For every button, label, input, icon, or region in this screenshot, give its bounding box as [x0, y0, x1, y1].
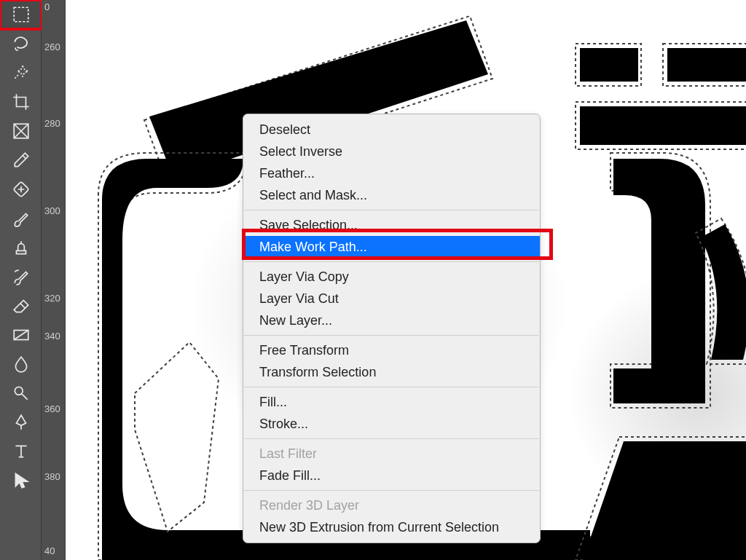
- menu-item-layer-via-cut[interactable]: Layer Via Cut: [243, 288, 540, 309]
- gradient-tool-icon[interactable]: [0, 320, 42, 350]
- menu-item-render-3d-layer: Render 3D Layer: [243, 494, 540, 516]
- menu-item-new-layer[interactable]: New Layer...: [243, 309, 540, 331]
- history-brush-tool-icon[interactable]: [0, 262, 42, 291]
- menu-separator: [244, 261, 539, 262]
- menu-separator: [244, 438, 539, 439]
- ruler-label: 300: [42, 206, 66, 216]
- lasso-tool-icon[interactable]: [0, 29, 42, 58]
- marquee-tool-icon[interactable]: [0, 0, 42, 29]
- type-tool-icon[interactable]: [0, 437, 42, 466]
- menu-item-stroke[interactable]: Stroke...: [243, 413, 540, 435]
- menu-item-free-transform[interactable]: Free Transform: [243, 339, 540, 361]
- menu-item-save-selection[interactable]: Save Selection...: [243, 214, 540, 236]
- ruler-label: 280: [42, 119, 66, 128]
- menu-item-transform-selection[interactable]: Transform Selection: [243, 361, 540, 383]
- ruler-label: 320: [42, 293, 66, 303]
- ruler-label: 380: [42, 472, 66, 481]
- eyedropper-tool-icon[interactable]: [0, 146, 42, 175]
- menu-separator: [244, 387, 539, 387]
- ruler-label: 360: [42, 404, 66, 414]
- ruler-label: 340: [42, 331, 66, 341]
- menu-item-last-filter: Last Filter: [243, 443, 540, 465]
- pen-tool-icon[interactable]: [0, 408, 42, 437]
- menu-item-select-and-mask[interactable]: Select and Mask...: [243, 184, 540, 206]
- blur-tool-icon[interactable]: [0, 350, 42, 379]
- menu-item-deselect[interactable]: Deselect: [243, 119, 540, 141]
- menu-item-select-inverse[interactable]: Select Inverse: [243, 141, 540, 162]
- svg-rect-0: [14, 7, 28, 22]
- eraser-tool-icon[interactable]: [0, 291, 42, 320]
- menu-item-layer-via-copy[interactable]: Layer Via Copy: [243, 266, 540, 288]
- ruler-label: 40: [42, 546, 66, 556]
- svg-point-4: [15, 387, 23, 395]
- vertical-ruler: 0 260 280 300 320 340 360 380 40: [42, 0, 66, 560]
- menu-item-make-work-path[interactable]: Make Work Path...: [243, 236, 540, 258]
- crop-tool-icon[interactable]: [0, 87, 42, 117]
- toolbar: [0, 0, 42, 560]
- magic-wand-tool-icon[interactable]: [0, 58, 42, 87]
- healing-brush-tool-icon[interactable]: [0, 175, 42, 204]
- menu-separator: [244, 335, 539, 336]
- menu-item-fill[interactable]: Fill...: [243, 391, 540, 413]
- menu-item-feather[interactable]: Feather...: [243, 162, 540, 184]
- dodge-tool-icon[interactable]: [0, 379, 42, 408]
- context-menu: Deselect Select Inverse Feather... Selec…: [243, 114, 541, 543]
- brush-tool-icon[interactable]: [0, 204, 42, 233]
- ruler-label: 0: [42, 2, 66, 12]
- clone-stamp-tool-icon[interactable]: [0, 233, 42, 262]
- menu-separator: [244, 490, 539, 491]
- path-select-tool-icon[interactable]: [0, 466, 42, 495]
- menu-separator: [244, 210, 539, 210]
- frame-tool-icon[interactable]: [0, 117, 42, 146]
- ruler-label: 260: [42, 42, 66, 52]
- menu-item-fade-fill[interactable]: Fade Fill...: [243, 465, 540, 486]
- menu-item-new-3d-extrusion[interactable]: New 3D Extrusion from Current Selection: [243, 516, 540, 538]
